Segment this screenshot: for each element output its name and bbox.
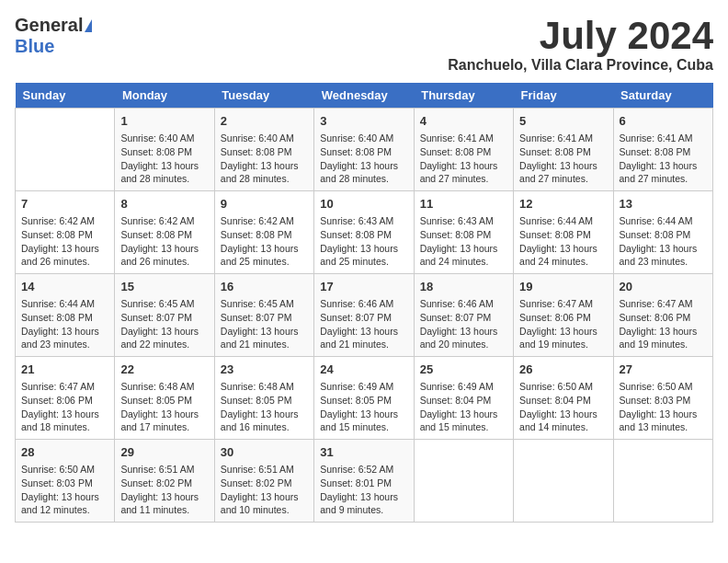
calendar-cell: 2Sunrise: 6:40 AM Sunset: 8:08 PM Daylig… — [214, 109, 313, 191]
calendar-week-row: 28Sunrise: 6:50 AM Sunset: 8:03 PM Dayli… — [16, 439, 713, 522]
day-info: Sunrise: 6:52 AM Sunset: 8:01 PM Dayligh… — [320, 463, 407, 517]
day-number: 30 — [221, 444, 308, 461]
calendar-cell: 3Sunrise: 6:40 AM Sunset: 8:08 PM Daylig… — [314, 109, 414, 191]
day-number: 20 — [620, 279, 707, 295]
calendar-cell: 21Sunrise: 6:47 AM Sunset: 8:06 PM Dayli… — [16, 357, 115, 440]
day-info: Sunrise: 6:48 AM Sunset: 8:05 PM Dayligh… — [120, 380, 208, 434]
calendar-cell: 7Sunrise: 6:42 AM Sunset: 8:08 PM Daylig… — [16, 191, 115, 274]
calendar-cell — [514, 439, 613, 522]
col-header-tuesday: Tuesday — [214, 83, 313, 109]
day-number: 22 — [120, 362, 208, 378]
day-number: 24 — [320, 362, 407, 378]
day-number: 11 — [420, 196, 507, 213]
calendar-subtitle: Ranchuelo, Villa Clara Province, Cuba — [448, 57, 713, 74]
day-info: Sunrise: 6:42 AM Sunset: 8:08 PM Dayligh… — [221, 214, 308, 269]
calendar-title: July 2024 — [448, 15, 713, 57]
calendar-week-row: 21Sunrise: 6:47 AM Sunset: 8:06 PM Dayli… — [16, 357, 713, 440]
day-info: Sunrise: 6:46 AM Sunset: 8:07 PM Dayligh… — [320, 297, 407, 351]
col-header-friday: Friday — [514, 83, 613, 109]
day-info: Sunrise: 6:44 AM Sunset: 8:08 PM Dayligh… — [519, 214, 607, 269]
calendar-cell: 8Sunrise: 6:42 AM Sunset: 8:08 PM Daylig… — [115, 191, 214, 274]
day-number: 26 — [519, 362, 607, 378]
calendar-cell: 16Sunrise: 6:45 AM Sunset: 8:07 PM Dayli… — [214, 274, 313, 357]
day-info: Sunrise: 6:48 AM Sunset: 8:05 PM Dayligh… — [221, 380, 308, 434]
col-header-saturday: Saturday — [613, 83, 712, 109]
day-info: Sunrise: 6:43 AM Sunset: 8:08 PM Dayligh… — [420, 214, 507, 269]
calendar-cell: 9Sunrise: 6:42 AM Sunset: 8:08 PM Daylig… — [214, 191, 313, 274]
col-header-monday: Monday — [115, 83, 214, 109]
day-info: Sunrise: 6:51 AM Sunset: 8:02 PM Dayligh… — [120, 463, 208, 517]
day-number: 21 — [21, 362, 108, 378]
day-number: 23 — [221, 362, 308, 378]
calendar-cell — [613, 439, 712, 522]
day-number: 17 — [320, 279, 407, 295]
day-number: 28 — [21, 444, 108, 461]
day-info: Sunrise: 6:41 AM Sunset: 8:08 PM Dayligh… — [519, 132, 607, 186]
day-info: Sunrise: 6:46 AM Sunset: 8:07 PM Dayligh… — [420, 297, 507, 351]
day-number: 8 — [120, 196, 208, 213]
day-info: Sunrise: 6:44 AM Sunset: 8:08 PM Dayligh… — [21, 297, 108, 351]
calendar-week-row: 7Sunrise: 6:42 AM Sunset: 8:08 PM Daylig… — [16, 191, 713, 274]
day-info: Sunrise: 6:50 AM Sunset: 8:04 PM Dayligh… — [519, 380, 607, 434]
logo-general-text: General — [15, 15, 83, 36]
day-info: Sunrise: 6:47 AM Sunset: 8:06 PM Dayligh… — [620, 297, 707, 351]
calendar-cell: 23Sunrise: 6:48 AM Sunset: 8:05 PM Dayli… — [214, 357, 313, 440]
calendar-cell: 28Sunrise: 6:50 AM Sunset: 8:03 PM Dayli… — [16, 439, 115, 522]
calendar-cell: 20Sunrise: 6:47 AM Sunset: 8:06 PM Dayli… — [613, 274, 712, 357]
day-number: 1 — [120, 113, 208, 130]
calendar-cell: 31Sunrise: 6:52 AM Sunset: 8:01 PM Dayli… — [314, 439, 414, 522]
day-info: Sunrise: 6:42 AM Sunset: 8:08 PM Dayligh… — [120, 214, 208, 269]
day-number: 7 — [21, 196, 108, 213]
day-info: Sunrise: 6:41 AM Sunset: 8:08 PM Dayligh… — [420, 132, 507, 186]
calendar-cell — [414, 439, 513, 522]
calendar-cell: 22Sunrise: 6:48 AM Sunset: 8:05 PM Dayli… — [115, 357, 214, 440]
day-info: Sunrise: 6:44 AM Sunset: 8:08 PM Dayligh… — [620, 214, 707, 269]
day-info: Sunrise: 6:51 AM Sunset: 8:02 PM Dayligh… — [221, 463, 308, 517]
calendar-cell: 17Sunrise: 6:46 AM Sunset: 8:07 PM Dayli… — [314, 274, 414, 357]
calendar-cell: 29Sunrise: 6:51 AM Sunset: 8:02 PM Dayli… — [115, 439, 214, 522]
day-info: Sunrise: 6:43 AM Sunset: 8:08 PM Dayligh… — [320, 214, 407, 269]
calendar-cell: 19Sunrise: 6:47 AM Sunset: 8:06 PM Dayli… — [514, 274, 613, 357]
calendar-cell: 12Sunrise: 6:44 AM Sunset: 8:08 PM Dayli… — [514, 191, 613, 274]
day-number: 12 — [519, 196, 607, 213]
day-info: Sunrise: 6:50 AM Sunset: 8:03 PM Dayligh… — [620, 380, 707, 434]
calendar-cell: 24Sunrise: 6:49 AM Sunset: 8:05 PM Dayli… — [314, 357, 414, 440]
day-info: Sunrise: 6:47 AM Sunset: 8:06 PM Dayligh… — [21, 380, 108, 434]
calendar-cell: 30Sunrise: 6:51 AM Sunset: 8:02 PM Dayli… — [214, 439, 313, 522]
col-header-thursday: Thursday — [414, 83, 513, 109]
calendar-header-row: SundayMondayTuesdayWednesdayThursdayFrid… — [16, 83, 713, 109]
calendar-cell: 25Sunrise: 6:49 AM Sunset: 8:04 PM Dayli… — [414, 357, 513, 440]
day-number: 16 — [221, 279, 308, 295]
day-number: 2 — [221, 113, 308, 130]
page-header: General Blue July 2024 Ranchuelo, Villa … — [15, 15, 713, 74]
calendar-cell: 6Sunrise: 6:41 AM Sunset: 8:08 PM Daylig… — [613, 109, 712, 191]
calendar-cell: 26Sunrise: 6:50 AM Sunset: 8:04 PM Dayli… — [514, 357, 613, 440]
day-info: Sunrise: 6:49 AM Sunset: 8:04 PM Dayligh… — [420, 380, 507, 434]
day-number: 10 — [320, 196, 407, 213]
day-info: Sunrise: 6:40 AM Sunset: 8:08 PM Dayligh… — [320, 132, 407, 186]
day-info: Sunrise: 6:40 AM Sunset: 8:08 PM Dayligh… — [120, 132, 208, 186]
day-number: 27 — [620, 362, 707, 378]
calendar-cell: 27Sunrise: 6:50 AM Sunset: 8:03 PM Dayli… — [613, 357, 712, 440]
calendar-cell: 5Sunrise: 6:41 AM Sunset: 8:08 PM Daylig… — [514, 109, 613, 191]
day-info: Sunrise: 6:47 AM Sunset: 8:06 PM Dayligh… — [519, 297, 607, 351]
calendar-week-row: 14Sunrise: 6:44 AM Sunset: 8:08 PM Dayli… — [16, 274, 713, 357]
calendar-cell: 11Sunrise: 6:43 AM Sunset: 8:08 PM Dayli… — [414, 191, 513, 274]
day-info: Sunrise: 6:45 AM Sunset: 8:07 PM Dayligh… — [221, 297, 308, 351]
col-header-wednesday: Wednesday — [314, 83, 414, 109]
calendar-week-row: 1Sunrise: 6:40 AM Sunset: 8:08 PM Daylig… — [16, 109, 713, 191]
logo: General Blue — [15, 15, 92, 57]
calendar-cell: 4Sunrise: 6:41 AM Sunset: 8:08 PM Daylig… — [414, 109, 513, 191]
calendar-cell: 1Sunrise: 6:40 AM Sunset: 8:08 PM Daylig… — [115, 109, 214, 191]
day-number: 5 — [519, 113, 607, 130]
day-number: 19 — [519, 279, 607, 295]
day-info: Sunrise: 6:50 AM Sunset: 8:03 PM Dayligh… — [21, 463, 108, 517]
day-number: 31 — [320, 444, 407, 461]
calendar-cell: 14Sunrise: 6:44 AM Sunset: 8:08 PM Dayli… — [16, 274, 115, 357]
col-header-sunday: Sunday — [16, 83, 115, 109]
day-number: 25 — [420, 362, 507, 378]
logo-icon — [85, 19, 92, 32]
day-info: Sunrise: 6:45 AM Sunset: 8:07 PM Dayligh… — [120, 297, 208, 351]
calendar-cell: 13Sunrise: 6:44 AM Sunset: 8:08 PM Dayli… — [613, 191, 712, 274]
calendar-cell — [16, 109, 115, 191]
